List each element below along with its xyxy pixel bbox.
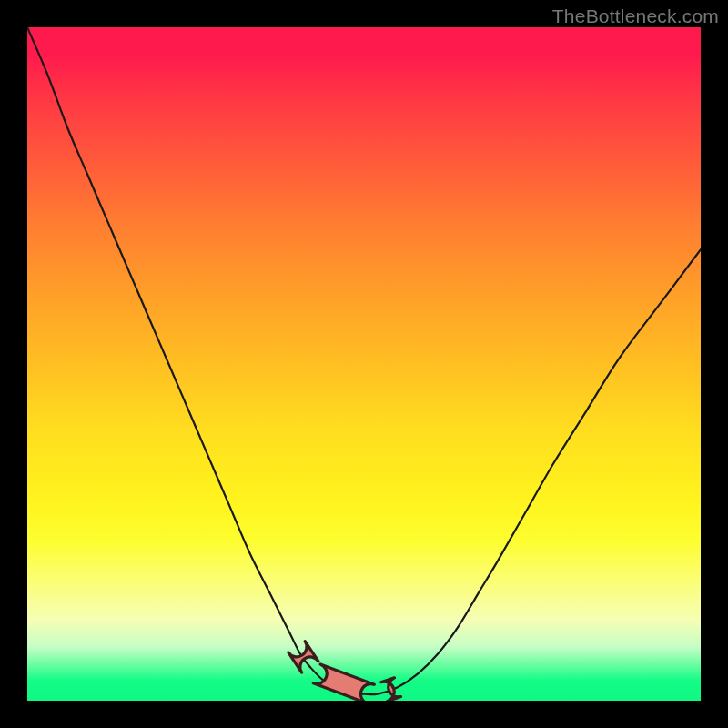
curve-path bbox=[27, 27, 701, 694]
watermark-text: TheBottleneck.com bbox=[552, 5, 719, 27]
plot-area bbox=[27, 27, 701, 701]
chart-frame: TheBottleneck.com bbox=[0, 0, 728, 728]
coral-segment-2 bbox=[381, 678, 401, 701]
coral-segment-0 bbox=[288, 642, 318, 672]
bottleneck-curve bbox=[27, 27, 701, 701]
coral-segment-1 bbox=[313, 664, 374, 701]
